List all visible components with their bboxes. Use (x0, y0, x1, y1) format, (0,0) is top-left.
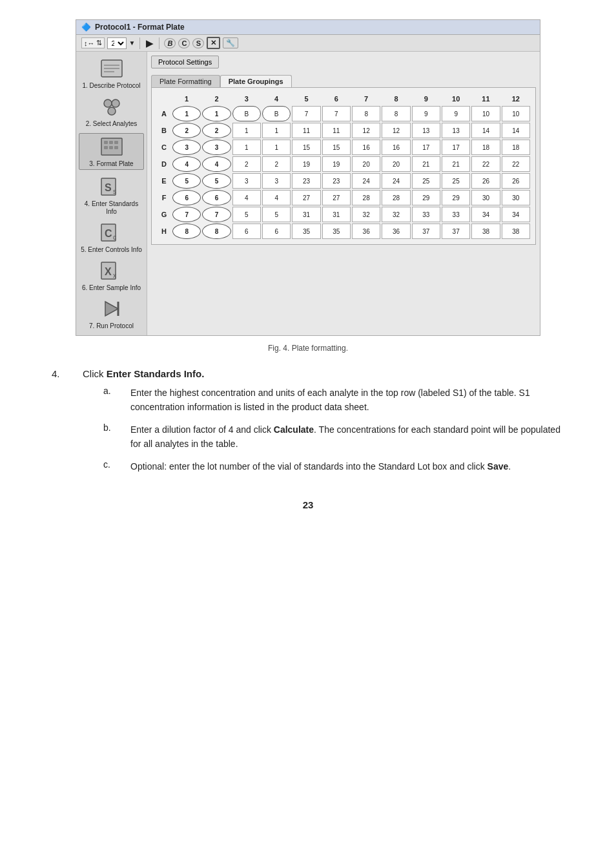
grid-cell[interactable]: 20 (382, 156, 410, 172)
grid-cell[interactable]: 30 (502, 190, 530, 205)
grid-cell[interactable]: 8 (172, 224, 201, 239)
grid-cell[interactable]: 34 (471, 207, 500, 222)
grid-cell[interactable]: 35 (322, 224, 351, 239)
grid-cell[interactable]: 4 (262, 190, 291, 205)
grid-cell[interactable]: 6 (232, 224, 261, 239)
grid-cell[interactable]: 7 (292, 106, 320, 121)
cursor-tool[interactable]: ▶ (146, 38, 153, 48)
sidebar-item-enter-controls[interactable]: C c 5. Enter Controls Info (79, 221, 144, 254)
grid-cell[interactable]: 12 (382, 123, 410, 138)
b-button[interactable]: B (164, 38, 176, 48)
grid-cell[interactable]: 10 (502, 106, 530, 121)
grid-cell[interactable]: 4 (232, 190, 261, 205)
sidebar-item-format-plate[interactable]: 3. Format Plate (79, 133, 144, 170)
grid-cell[interactable]: 15 (322, 140, 351, 155)
grid-cell[interactable]: 26 (471, 173, 500, 189)
grid-cell[interactable]: 16 (382, 140, 410, 155)
grid-cell[interactable]: B (262, 106, 291, 121)
grid-cell[interactable]: 25 (442, 173, 470, 189)
grid-cell[interactable]: 22 (502, 156, 530, 172)
grid-cell[interactable]: 18 (502, 140, 530, 155)
grid-cell[interactable]: 17 (442, 140, 470, 155)
sidebar-item-enter-samples[interactable]: X x 6. Enter Sample Info (79, 259, 144, 292)
grid-cell[interactable]: 11 (292, 123, 320, 138)
grid-cell[interactable]: 17 (412, 140, 440, 155)
grid-cell[interactable]: 22 (471, 156, 500, 172)
grid-cell[interactable]: 36 (382, 224, 410, 239)
grid-cell[interactable]: 29 (442, 190, 470, 205)
grid-cell[interactable]: 13 (442, 123, 470, 138)
grid-cell[interactable]: 13 (412, 123, 440, 138)
grid-cell[interactable]: 5 (172, 173, 201, 189)
grid-cell[interactable]: 29 (412, 190, 440, 205)
grid-cell[interactable]: 23 (292, 173, 320, 189)
grid-cell[interactable]: 1 (172, 106, 201, 121)
grid-cell[interactable]: 3 (232, 173, 261, 189)
toolbar-select[interactable]: 2 (107, 37, 127, 49)
grid-cell[interactable]: 10 (471, 106, 500, 121)
grid-cell[interactable]: 7 (172, 207, 201, 222)
grid-cell[interactable]: 6 (172, 190, 201, 205)
grid-cell[interactable]: 20 (352, 156, 380, 172)
grid-cell[interactable]: 2 (172, 123, 201, 138)
grid-cell[interactable]: 7 (322, 106, 351, 121)
grid-cell[interactable]: 33 (412, 207, 440, 222)
grid-cell[interactable]: 32 (382, 207, 410, 222)
tab-plate-groupings[interactable]: Plate Groupings (220, 75, 292, 87)
grid-cell[interactable]: 28 (382, 190, 410, 205)
sidebar-item-describe-protocol[interactable]: 1. Describe Protocol (79, 57, 144, 90)
grid-cell[interactable]: 25 (412, 173, 440, 189)
grid-cell[interactable]: 9 (412, 106, 440, 121)
grid-cell[interactable]: 35 (292, 224, 320, 239)
grid-cell[interactable]: 28 (352, 190, 380, 205)
grid-cell[interactable]: 37 (442, 224, 470, 239)
grid-cell[interactable]: 12 (352, 123, 380, 138)
grid-cell[interactable]: 4 (202, 156, 231, 172)
grid-cell[interactable]: 7 (202, 207, 231, 222)
grid-cell[interactable]: 1 (202, 106, 231, 121)
grid-cell[interactable]: 34 (502, 207, 530, 222)
grid-cell[interactable]: 14 (471, 123, 500, 138)
grid-cell[interactable]: 8 (382, 106, 410, 121)
x-button[interactable]: ✕ (207, 37, 220, 49)
grid-cell[interactable]: 2 (202, 123, 231, 138)
grid-cell[interactable]: 8 (352, 106, 380, 121)
grid-cell[interactable]: 19 (322, 156, 351, 172)
grid-cell[interactable]: 36 (352, 224, 380, 239)
tab-plate-formatting[interactable]: Plate Formatting (151, 75, 220, 87)
grid-cell[interactable]: 37 (412, 224, 440, 239)
grid-cell[interactable]: 5 (232, 207, 261, 222)
sidebar-item-run-protocol[interactable]: 7. Run Protocol (79, 297, 144, 330)
grid-cell[interactable]: 6 (202, 190, 231, 205)
grid-cell[interactable]: 3 (202, 140, 231, 155)
grid-cell[interactable]: 5 (262, 207, 291, 222)
grid-cell[interactable]: 31 (292, 207, 320, 222)
grid-cell[interactable]: 21 (442, 156, 470, 172)
grid-cell[interactable]: 27 (292, 190, 320, 205)
grid-cell[interactable]: 2 (232, 156, 261, 172)
grid-cell[interactable]: 4 (172, 156, 201, 172)
s-button[interactable]: S (192, 38, 204, 48)
c-button[interactable]: C (178, 38, 190, 48)
grid-cell[interactable]: 31 (322, 207, 351, 222)
grid-cell[interactable]: 11 (322, 123, 351, 138)
grid-cell[interactable]: 1 (232, 140, 261, 155)
grid-cell[interactable]: 33 (442, 207, 470, 222)
grid-cell[interactable]: 16 (352, 140, 380, 155)
grid-cell[interactable]: 15 (292, 140, 320, 155)
grid-cell[interactable]: 1 (262, 123, 291, 138)
grid-cell[interactable]: 38 (502, 224, 530, 239)
grid-cell[interactable]: 21 (412, 156, 440, 172)
grid-cell[interactable]: 19 (292, 156, 320, 172)
grid-cell[interactable]: 2 (262, 156, 291, 172)
grid-cell[interactable]: 23 (322, 173, 351, 189)
dropdown-arrow[interactable]: ▼ (129, 39, 136, 47)
grid-cell[interactable]: B (232, 106, 261, 121)
grid-cell[interactable]: 8 (202, 224, 231, 239)
grid-cell[interactable]: 24 (352, 173, 380, 189)
tools-button[interactable]: 🔧 (223, 37, 238, 48)
sidebar-item-enter-standards[interactable]: S s 4. Enter Standards Info (79, 175, 144, 216)
grid-cell[interactable]: 30 (471, 190, 500, 205)
grid-cell[interactable]: 18 (471, 140, 500, 155)
grid-cell[interactable]: 3 (172, 140, 201, 155)
